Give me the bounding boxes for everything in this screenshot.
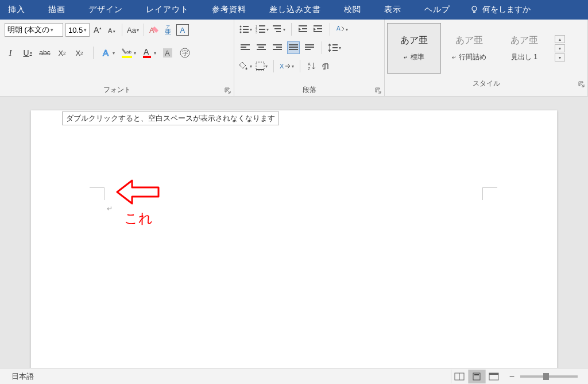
- separator: [322, 41, 322, 54]
- svg-text:3: 3: [256, 30, 257, 34]
- separator: [330, 23, 330, 36]
- tab-mailings[interactable]: 差し込み文書: [266, 5, 324, 15]
- status-bar: 日本語 −: [0, 368, 588, 384]
- svg-rect-52: [332, 44, 338, 45]
- svg-rect-65: [489, 373, 498, 375]
- separator: [93, 47, 94, 59]
- superscript-button[interactable]: X2: [74, 46, 85, 60]
- paragraph-mark-icon: ↵: [107, 205, 113, 213]
- group-label-paragraph: 段落: [303, 85, 316, 95]
- svg-rect-33: [314, 25, 322, 26]
- tell-me-search[interactable]: 何をしますか: [470, 5, 531, 15]
- font-name-combo[interactable]: 明朝 (本文の▾: [5, 23, 63, 37]
- align-center-button[interactable]: [255, 41, 268, 54]
- tab-help[interactable]: ヘルプ: [421, 5, 454, 15]
- svg-rect-53: [332, 47, 338, 48]
- tab-insert[interactable]: 挿入: [5, 5, 29, 15]
- margin-corner-mark: [482, 187, 497, 200]
- dialog-launcher-icon[interactable]: [225, 87, 231, 94]
- subscript-button[interactable]: X2: [56, 46, 68, 60]
- strikethrough-button[interactable]: abc: [39, 46, 51, 60]
- svg-rect-46: [289, 44, 298, 45]
- document-area: [0, 97, 588, 368]
- scroll-up-icon[interactable]: ▴: [555, 35, 565, 43]
- svg-rect-56: [256, 69, 264, 70]
- borders-button[interactable]: ▾: [256, 59, 268, 73]
- svg-rect-40: [257, 44, 266, 45]
- svg-rect-24: [259, 29, 265, 30]
- bullets-button[interactable]: ▾: [239, 22, 252, 36]
- show-marks-button[interactable]: [321, 59, 332, 73]
- character-border-button[interactable]: A: [176, 24, 189, 36]
- decrease-indent-button[interactable]: [297, 22, 309, 36]
- ribbon: 明朝 (本文の▾ 10.5▾ A▴ A▾ Aa▾ A ア亜 A I U▾ abc…: [0, 20, 588, 97]
- text-effects-button[interactable]: A▾: [102, 46, 115, 60]
- svg-rect-31: [302, 28, 307, 29]
- svg-rect-62: [473, 373, 480, 380]
- svg-rect-55: [256, 62, 264, 70]
- grow-font-button[interactable]: A▴: [92, 23, 103, 37]
- svg-text:字: 字: [182, 49, 188, 56]
- svg-rect-50: [305, 47, 314, 48]
- svg-rect-34: [317, 28, 322, 29]
- character-shading-button[interactable]: A: [162, 46, 173, 60]
- increase-indent-button[interactable]: [312, 22, 324, 36]
- style-card-normal[interactable]: あア亜 ↵ 標準: [387, 23, 441, 74]
- align-right-button[interactable]: [271, 41, 284, 54]
- svg-text:A: A: [108, 27, 113, 34]
- document-page[interactable]: [31, 110, 557, 368]
- tab-references[interactable]: 参考資料: [208, 5, 250, 15]
- svg-rect-10: [143, 56, 151, 58]
- font-size-combo[interactable]: 10.5▾: [65, 23, 90, 37]
- svg-rect-51: [305, 49, 311, 50]
- line-spacing-button[interactable]: ▾: [328, 41, 341, 55]
- text-direction-button[interactable]: A▾: [336, 22, 348, 36]
- clear-formatting-button[interactable]: A: [149, 23, 160, 37]
- svg-rect-48: [289, 49, 298, 50]
- tab-layout[interactable]: レイアウト: [142, 5, 192, 15]
- shading-button[interactable]: ▾: [239, 59, 252, 73]
- tab-review[interactable]: 校閲: [341, 5, 365, 15]
- svg-rect-47: [289, 47, 298, 48]
- sort-button[interactable]: AZ: [306, 59, 318, 73]
- multilevel-list-button[interactable]: ▾: [272, 22, 285, 36]
- language-indicator[interactable]: 日本語: [11, 371, 34, 382]
- tab-draw[interactable]: 描画: [45, 5, 69, 15]
- separator: [291, 23, 292, 36]
- svg-point-15: [240, 26, 242, 28]
- print-layout-button[interactable]: [468, 370, 485, 383]
- phonetic-guide-button[interactable]: ア亜: [163, 23, 174, 37]
- annotation-text: これ: [124, 209, 153, 228]
- italic-button[interactable]: I: [5, 46, 16, 60]
- read-mode-button[interactable]: [451, 370, 468, 383]
- highlight-button[interactable]: ab▾: [121, 46, 136, 60]
- svg-rect-38: [241, 47, 246, 48]
- style-card-no-spacing[interactable]: あア亜 ↵ 行間詰め: [442, 23, 496, 74]
- svg-rect-8: [122, 56, 132, 58]
- font-color-button[interactable]: A▾: [142, 46, 156, 60]
- scroll-down-icon[interactable]: ▾: [555, 44, 565, 52]
- svg-rect-18: [243, 29, 249, 30]
- expand-icon[interactable]: ▾: [555, 53, 565, 62]
- web-layout-button[interactable]: [485, 370, 502, 383]
- styles-gallery-more[interactable]: ▴ ▾ ▾: [555, 23, 565, 74]
- svg-rect-28: [274, 28, 281, 29]
- distributed-button[interactable]: [303, 41, 316, 54]
- enclose-characters-button[interactable]: 字: [179, 46, 191, 60]
- shrink-font-button[interactable]: A▾: [106, 23, 117, 37]
- align-justify-button[interactable]: [287, 41, 300, 54]
- change-case-button[interactable]: Aa▾: [127, 23, 139, 37]
- underline-button[interactable]: U▾: [22, 46, 33, 60]
- numbering-button[interactable]: 123▾: [256, 22, 269, 36]
- dialog-launcher-icon[interactable]: [578, 81, 585, 88]
- dialog-launcher-icon[interactable]: [375, 87, 382, 94]
- tab-design[interactable]: デザイン: [85, 5, 126, 15]
- asian-layout-button[interactable]: X▾: [280, 59, 294, 73]
- align-left-button[interactable]: [239, 41, 252, 54]
- style-card-heading1[interactable]: あア亜 見出し 1: [497, 23, 551, 74]
- svg-point-17: [240, 29, 242, 30]
- zoom-out-button[interactable]: −: [509, 371, 514, 382]
- svg-rect-49: [305, 44, 314, 45]
- tab-view[interactable]: 表示: [381, 5, 405, 15]
- zoom-slider[interactable]: [520, 375, 578, 378]
